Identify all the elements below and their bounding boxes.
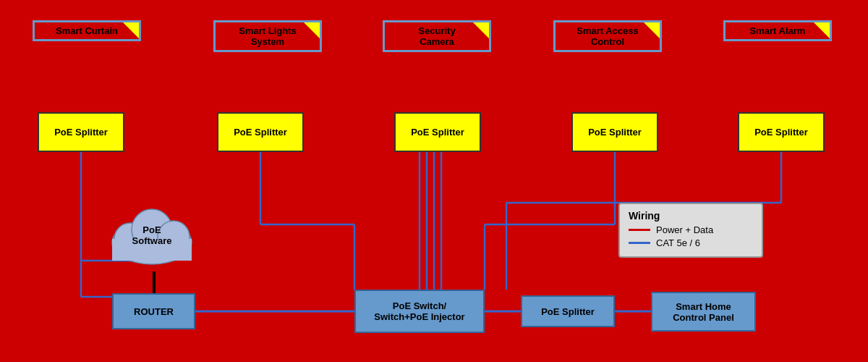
legend-cat: CAT 5e / 6 [629,237,753,248]
svg-line-3 [608,64,615,112]
control-panel-box: Smart HomeControl Panel [651,292,756,332]
poe-switch-box: PoE Switch/Switch+PoE Injector [354,290,485,333]
wiring-legend: Wiring Power + Data CAT 5e / 6 [618,203,763,258]
poe-splitter-3: PoE Splitter [394,112,481,152]
poe-splitter-5: PoE Splitter [738,112,825,152]
svg-line-4 [778,64,781,112]
cat-line-icon [629,242,650,244]
legend-title: Wiring [629,210,753,222]
router-box: ROUTER [112,293,195,329]
security-camera-label: SecurityCamera [383,20,491,52]
legend-power-label: Power + Data [656,224,713,235]
main-diagram: Smart Curtain Smart LightsSystem Securit… [0,0,868,362]
legend-cat-label: CAT 5e / 6 [656,237,700,248]
smart-curtain-label: Smart Curtain [33,20,141,41]
power-line-icon [629,229,650,231]
poe-splitter-1: PoE Splitter [38,112,124,152]
legend-power: Power + Data [629,224,753,235]
smart-alarm-label: Smart Alarm [723,20,832,41]
poe-software-cloud: PoESoftware [105,199,199,272]
smart-lights-label: Smart LightsSystem [213,20,322,52]
poe-splitter-4: PoE Splitter [571,112,658,152]
smart-access-label: Smart AccessControl [553,20,662,52]
poe-splitter-bottom: PoE Splitter [521,295,615,327]
svg-line-0 [81,64,87,112]
poe-splitter-2: PoE Splitter [217,112,304,152]
svg-line-1 [260,64,268,112]
